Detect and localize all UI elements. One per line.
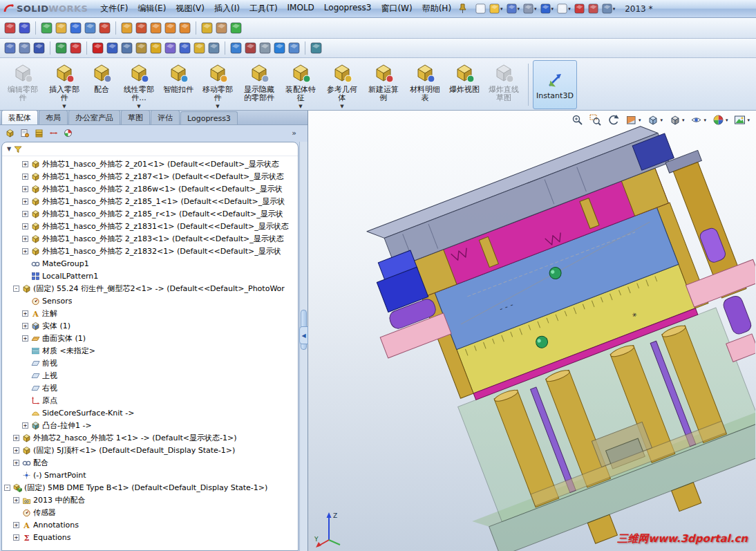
tree-item[interactable]: LocalLPattern1 [2,270,298,282]
undo-icon[interactable]: ▾ [540,3,555,15]
instant3d-button[interactable]: Instant3D [533,60,577,109]
show-hidden-components-button[interactable]: 显示隐藏的零部件 [239,60,279,109]
paperclip-icon[interactable] [258,41,272,55]
expand-toggle[interactable]: + [22,186,28,192]
filter-caret[interactable]: ▼ [7,146,11,152]
tab-evaluate[interactable]: 评估 [151,110,180,124]
tree-item[interactable]: +外抽芯1_hasco_外抽芯 2_z185_r<1> (Default<<De… [2,207,298,220]
panel-collapse-button[interactable]: ◀ [299,326,308,344]
clipboard-icon[interactable] [587,3,599,15]
menu-item[interactable]: 编辑(E) [133,1,171,17]
info-icon[interactable] [287,41,301,55]
mold-cavity-icon[interactable] [18,21,31,35]
tab-assembly[interactable]: 装配体 [1,110,38,124]
model-3d[interactable]: * - - - [308,111,755,551]
image-chart-icon[interactable] [164,41,177,55]
tree-item[interactable]: +A注解 [2,307,298,319]
assembly-features-button[interactable]: 装配体特征▼ [281,60,321,109]
green-globe-icon[interactable] [40,21,53,35]
insert-components-button[interactable]: 插入零部件▼ [44,60,84,109]
pencil-icon[interactable] [149,41,162,55]
apply-scene-icon[interactable]: ▾ [733,113,750,127]
configurationmanager-icon[interactable] [34,128,44,138]
expand-toggle[interactable]: + [13,534,19,541]
expand-toggle[interactable]: + [22,198,28,205]
smart-fasteners-button[interactable]: 智能扣件 [160,60,196,109]
tab-layout[interactable]: 布局 [39,110,68,124]
panel-overflow-chevrons[interactable]: » [292,129,296,138]
text-a-icon[interactable] [91,41,104,55]
edit-appearance-icon[interactable]: ▾ [712,113,729,127]
bill-of-materials-button[interactable]: 材料明细表 [405,60,445,109]
expand-toggle[interactable]: + [13,460,19,466]
tree-item[interactable]: +外抽芯1_hasco_外抽芯 2_z1832<1> (Default<<Def… [2,245,298,257]
monitor-icon[interactable] [18,41,31,55]
green-cube-icon[interactable] [229,21,243,35]
tree-scrollbar[interactable] [299,142,308,551]
reference-geometry-button[interactable]: 参考几何体▼ [322,60,362,109]
expand-toggle[interactable]: + [22,422,28,429]
save-disk-icon[interactable] [32,41,46,55]
menu-item[interactable]: 工具(T) [245,1,283,17]
yellow-steps-icon[interactable] [200,21,214,35]
tree-item[interactable]: 材质 <未指定> [2,344,298,357]
expand-toggle[interactable]: + [22,211,28,217]
filter-funnel-icon[interactable] [14,145,22,153]
columns-icon[interactable] [207,41,220,55]
expand-toggle[interactable]: - [4,485,10,491]
align-lines-icon[interactable] [106,41,119,55]
move-component-button[interactable]: 移动零部件▼ [198,60,238,109]
filter-yellow-icon[interactable] [193,41,206,55]
exploded-view-button[interactable]: 爆炸视图 [446,60,482,109]
graphics-area[interactable]: ▾▾▾▾▾▾ [308,111,756,551]
tree-item[interactable]: (-) SmartPoint [2,469,298,481]
scissors-icon[interactable] [244,41,257,55]
expand-toggle[interactable]: + [13,447,19,454]
yellow-part-icon[interactable] [55,21,68,35]
mate-button[interactable]: 配合 [86,60,117,109]
menu-item[interactable]: 帮助(H) [417,1,456,17]
tree-item[interactable]: +(固定) 5J顶杆<1> (Default<Default_Display S… [2,444,298,456]
tree-item[interactable]: +AAnnotations [2,519,298,531]
menu-item[interactable]: Logopress3 [319,1,377,17]
linear-component-pattern-button[interactable]: 线性零部件...▼ [119,60,159,109]
person-blue-icon[interactable] [229,41,243,55]
display-style-icon[interactable]: ▾ [668,113,686,127]
tree-item[interactable]: +配合 [2,456,298,469]
tree-item[interactable]: +外抽芯2_hasco_外抽芯 1<1> -> (Default<显示状态-1>… [2,431,298,444]
featuremanager-tree-icon[interactable] [5,128,15,138]
menu-item[interactable]: 窗口(W) [376,1,417,17]
tree-item[interactable]: +外抽芯1_hasco_外抽芯 2_z183<1> (Default<<Defa… [2,232,298,245]
tree-item[interactable]: -(固定) 55.24 衍生件_侧型芯2<1> -> (Default<<Def… [2,282,298,295]
zoom-magnifier-icon[interactable] [84,21,97,35]
mold-split-icon[interactable] [3,21,17,35]
tree-item[interactable]: 传感器 [2,506,298,519]
expand-toggle[interactable]: + [13,435,19,441]
expand-toggle[interactable]: + [13,522,19,528]
displaymanager-icon[interactable] [63,128,73,138]
zoom-to-area-icon[interactable] [589,113,602,127]
expand-toggle[interactable]: + [13,497,19,503]
propertymanager-icon[interactable] [19,128,30,138]
select-cursor-icon[interactable]: ▾ [556,3,571,15]
orange-diamond-3-icon[interactable] [178,21,191,35]
tab-logopress3[interactable]: Logopress3 [180,111,238,124]
blue-up-arrow-icon[interactable] [69,21,82,35]
tree-item[interactable]: MateGroup1 [2,257,298,270]
tree-item[interactable]: +实体 (1) [2,319,298,332]
window-icon[interactable] [3,41,17,55]
help-circle-icon[interactable] [273,41,286,55]
menu-item[interactable]: IMOLD [283,1,319,17]
tab-office-products[interactable]: 办公室产品 [68,110,120,124]
expand-toggle[interactable]: + [22,248,28,254]
tree-item[interactable]: 前视 [2,357,298,369]
tree-item[interactable]: +曲面实体 (1) [2,332,298,344]
flyout-arrow-icon[interactable]: ▼ [299,102,302,111]
expand-toggle[interactable]: + [22,161,28,167]
report-doc-icon[interactable] [310,41,323,55]
view-orientation-icon[interactable]: ▾ [646,113,663,127]
tree-item[interactable]: SideCoreSurface-Knit -> [2,407,298,419]
tree-item[interactable]: -(固定) 5MB DME Type B<1> (Default<Default… [2,481,298,494]
tree-item[interactable]: 右视 [2,382,298,394]
expand-toggle[interactable]: - [13,286,19,292]
